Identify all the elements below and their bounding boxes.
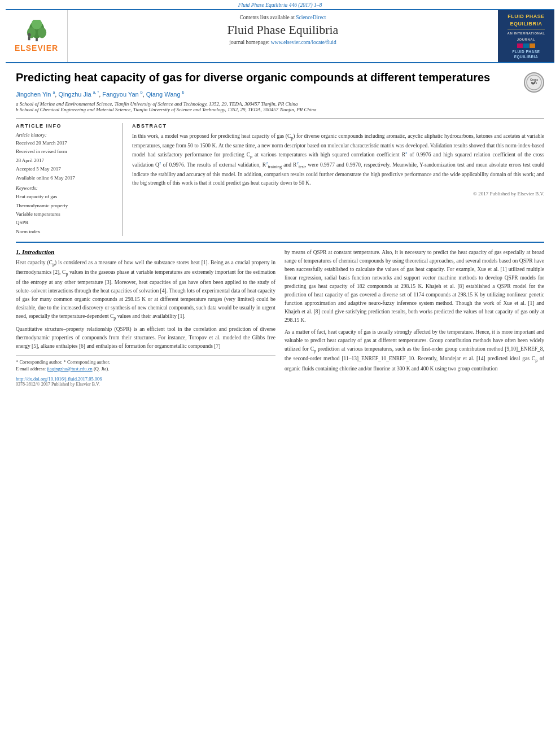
- intro-para-3: by means of QSPR at constant temperature…: [285, 248, 544, 325]
- keywords-label: Keywords:: [16, 185, 116, 191]
- journal-homepage-link[interactable]: www.elsevier.com/locate/fluid: [271, 40, 336, 45]
- journal-homepage-line: journal homepage: www.elsevier.com/locat…: [73, 40, 492, 45]
- doi-link[interactable]: http://dx.doi.org/10.1016/j.fluid.2017.0…: [16, 376, 102, 382]
- keyword-4: QSPR: [16, 219, 116, 227]
- article-history-label: Article history:: [16, 132, 116, 138]
- svg-text:Mark: Mark: [531, 82, 537, 85]
- affiliation-a: a School of Marine and Environmental Sci…: [16, 101, 544, 107]
- online-date: Available online 6 May 2017: [16, 174, 116, 182]
- keyword-5: Norm index: [16, 228, 116, 236]
- article-info-abstract: ARTICLE INFO Article history: Received 2…: [16, 118, 544, 236]
- footnote-area: * Corresponding author. * Corresponding …: [16, 355, 275, 387]
- body-col-left: 1. Introduction Heat capacity (Cp) is co…: [16, 248, 275, 387]
- crossmark-badge[interactable]: ✓ Cross Mark: [524, 72, 544, 93]
- abstract-column: ABSTRACT In this work, a model was propo…: [132, 123, 544, 236]
- body-col-right: by means of QSPR at constant temperature…: [285, 248, 544, 387]
- article-info-heading: ARTICLE INFO: [16, 123, 116, 129]
- svg-point-5: [27, 33, 30, 37]
- received-date: Received 20 March 2017: [16, 139, 116, 147]
- article-info-column: ARTICLE INFO Article history: Received 2…: [16, 123, 123, 236]
- intro-para-2: Quantitative structure–property relation…: [16, 325, 275, 351]
- svg-point-3: [37, 27, 46, 38]
- contents-available-line: Contents lists available at ScienceDirec…: [73, 15, 492, 20]
- doi-line: http://dx.doi.org/10.1016/j.fluid.2017.0…: [16, 375, 275, 382]
- and-connector: and: [536, 172, 544, 177]
- intro-para-1: Heat capacity (Cp) is considered as a me…: [16, 259, 275, 322]
- article-content: ✓ Cross Mark Predicting heat capacity of…: [0, 63, 560, 392]
- body-section: 1. Introduction Heat capacity (Cp) is co…: [16, 242, 544, 387]
- journal-logo-box: FLUID PHASE EQUILIBRIA AN INTERNATIONAL …: [498, 10, 554, 62]
- elsevier-logo-area: ELSEVIER: [6, 10, 68, 62]
- sciencedirect-link[interactable]: ScienceDirect: [296, 15, 326, 20]
- revised-label: Received in revised form: [16, 148, 116, 156]
- accepted-date: Accepted 5 May 2017: [16, 165, 116, 173]
- abstract-heading: ABSTRACT: [132, 123, 544, 129]
- email-link[interactable]: jiaqingzhu@tust.edu.cn: [47, 366, 93, 372]
- keywords-list: Heat capacity of gas Thermodynamic prope…: [16, 193, 116, 235]
- keyword-2: Thermodynamic property: [16, 202, 116, 210]
- copyright-footer: 0378-3812/© 2017 Published by Elsevier B…: [16, 382, 275, 387]
- keyword-1: Heat capacity of gas: [16, 193, 116, 201]
- article-title: Predicting heat capacity of gas for dive…: [16, 70, 544, 85]
- elsevier-tree-icon: [20, 20, 54, 42]
- affiliation-b: b School of Chemical Engineering and Mat…: [16, 107, 544, 112]
- journal-title-area: Contents lists available at ScienceDirec…: [68, 10, 498, 62]
- body-two-column: 1. Introduction Heat capacity (Cp) is co…: [16, 248, 544, 387]
- keyword-3: Variable temperatures: [16, 210, 116, 219]
- revised-date: 28 April 2017: [16, 157, 116, 165]
- footnote-email: E-mail address: jiaqingzhu@tust.edu.cn (…: [16, 366, 275, 372]
- authors-line: Jingchen Yin a, Qingzhu Jia a, *, Fangyo…: [16, 90, 544, 98]
- journal-header: ELSEVIER Contents lists available at Sci…: [6, 10, 554, 63]
- crossmark-icon: ✓ Cross Mark: [524, 72, 544, 93]
- abstract-text: In this work, a model was proposed for p…: [132, 132, 544, 187]
- svg-rect-6: [28, 37, 30, 41]
- svg-text:Cross: Cross: [530, 78, 538, 81]
- abstract-copyright: © 2017 Published by Elsevier B.V.: [132, 191, 544, 196]
- journal-citation: Fluid Phase Equilibria 446 (2017) 1–8: [0, 0, 560, 9]
- intro-para-4: As a matter of fact, heat capacity of ga…: [285, 328, 544, 373]
- section-1-heading: 1. Introduction: [16, 248, 275, 255]
- journal-title: Fluid Phase Equilibria: [73, 23, 492, 37]
- footnote-corresponding: * Corresponding author. * Corresponding …: [16, 359, 275, 365]
- affiliations: a School of Marine and Environmental Sci…: [16, 101, 544, 112]
- elsevier-wordmark: ELSEVIER: [15, 43, 58, 53]
